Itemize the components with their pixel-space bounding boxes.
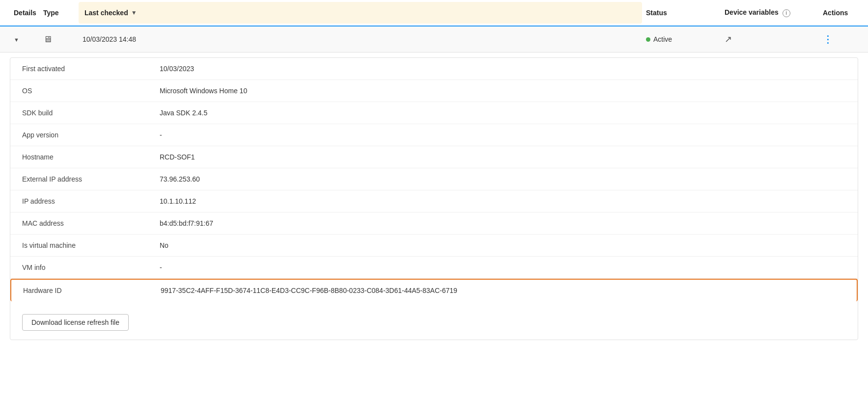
status-active: Active — [646, 35, 717, 43]
detail-value: No — [160, 241, 846, 249]
status-label: Active — [653, 35, 672, 43]
detail-value: 10/03/2023 — [160, 65, 846, 73]
detail-label: App version — [22, 131, 160, 139]
detail-label: SDK build — [22, 109, 160, 117]
col-actions-header: Actions — [819, 1, 858, 25]
detail-value: 9917-35C2-4AFF-F15D-3674-11C8-E4D3-CC9C-… — [161, 287, 845, 294]
monitor-icon: 🖥 — [43, 34, 52, 44]
device-variables-info-icon[interactable]: i — [783, 9, 790, 17]
col-status-header: Status — [642, 1, 721, 25]
detail-rows-container: First activated10/03/2023OSMicrosoft Win… — [10, 58, 858, 301]
col-details-header: Details — [10, 1, 39, 25]
detail-row: VM info- — [10, 257, 858, 279]
col-last-checked-header[interactable]: Last checked ▼ — [79, 2, 642, 24]
last-checked-label: Last checked — [84, 9, 128, 17]
detail-label: Hostname — [22, 153, 160, 161]
hardware-id-row: Hardware ID9917-35C2-4AFF-F15D-3674-11C8… — [10, 279, 858, 301]
detail-panel: First activated10/03/2023OSMicrosoft Win… — [10, 57, 858, 340]
detail-value: 10.1.10.112 — [160, 197, 846, 205]
col-type-header: Type — [39, 1, 79, 25]
status-cell: Active — [642, 28, 721, 50]
last-checked-cell: 10/03/2023 14:48 — [79, 28, 642, 50]
download-section: Download license refresh file — [10, 301, 858, 340]
detail-label: External IP address — [22, 175, 160, 183]
detail-value: RCD-SOF1 — [160, 153, 846, 161]
detail-label: MAC address — [22, 219, 160, 227]
detail-row: HostnameRCD-SOF1 — [10, 146, 858, 168]
detail-label: Is virtual machine — [22, 241, 160, 249]
detail-value: - — [160, 264, 846, 271]
detail-row: Is virtual machineNo — [10, 235, 858, 257]
detail-value: - — [160, 131, 846, 139]
detail-value: b4:d5:bd:f7:91:67 — [160, 219, 846, 227]
col-device-variables-header: Device variables i — [721, 0, 819, 25]
detail-label: OS — [22, 87, 160, 95]
detail-value: 73.96.253.60 — [160, 175, 846, 183]
detail-label: VM info — [22, 264, 160, 271]
more-actions-icon[interactable]: ⋮ — [823, 34, 833, 45]
detail-row: OSMicrosoft Windows Home 10 — [10, 80, 858, 102]
detail-label: First activated — [22, 65, 160, 73]
actions-cell[interactable]: ⋮ — [819, 26, 858, 52]
expand-arrow-icon[interactable]: ▼ — [14, 37, 19, 43]
page-wrapper: Details Type Last checked ▼ Status Devic… — [0, 0, 868, 396]
table-header: Details Type Last checked ▼ Status Devic… — [0, 0, 868, 26]
device-variables-cell[interactable]: ↗ — [721, 27, 819, 52]
detail-value: Java SDK 2.4.5 — [160, 109, 846, 117]
download-license-refresh-button[interactable]: Download license refresh file — [22, 314, 129, 331]
detail-value: Microsoft Windows Home 10 — [160, 87, 846, 95]
detail-row: MAC addressb4:d5:bd:f7:91:67 — [10, 212, 858, 235]
external-link-icon[interactable]: ↗ — [725, 34, 732, 44]
expand-cell[interactable]: ▼ — [10, 28, 39, 50]
detail-label: IP address — [22, 197, 160, 205]
detail-row: IP address10.1.10.112 — [10, 190, 858, 212]
detail-row: First activated10/03/2023 — [10, 58, 858, 80]
type-cell: 🖥 — [39, 27, 79, 52]
detail-row: App version- — [10, 124, 858, 146]
last-checked-dropdown-arrow[interactable]: ▼ — [131, 9, 137, 16]
detail-row: External IP address73.96.253.60 — [10, 168, 858, 190]
status-dot — [646, 37, 650, 42]
device-row: ▼ 🖥 10/03/2023 14:48 Active ↗ ⋮ — [0, 26, 868, 53]
detail-row: SDK buildJava SDK 2.4.5 — [10, 102, 858, 124]
detail-label: Hardware ID — [23, 287, 161, 294]
